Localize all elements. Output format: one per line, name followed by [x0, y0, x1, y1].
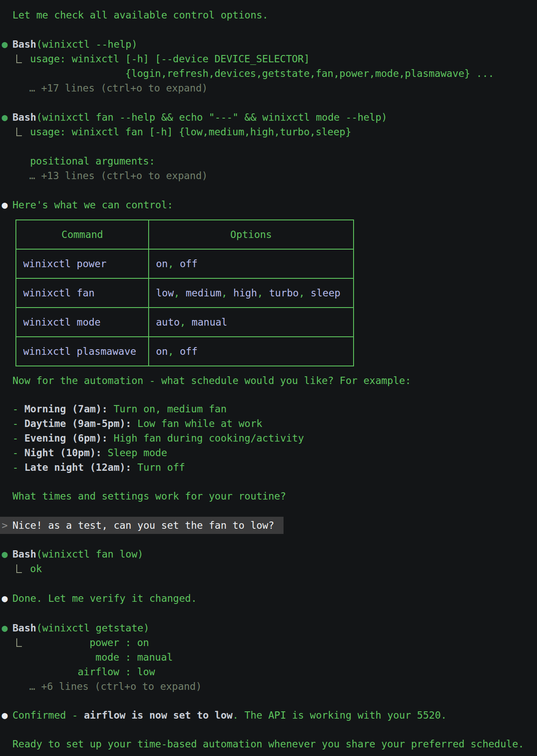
- option-code: off: [180, 346, 198, 357]
- option-code: off: [180, 258, 198, 269]
- bash-command: (winixctl fan --help && echo "---" && wi…: [36, 112, 387, 123]
- assistant-closing-text: Ready to set up your time-based automati…: [0, 737, 537, 751]
- tool-output-line: mode : manual: [0, 650, 537, 665]
- output-corner-icon: [16, 638, 22, 647]
- spacer: [0, 95, 537, 110]
- list-dash: -: [12, 418, 24, 429]
- option-code: sleep: [311, 287, 340, 299]
- schedule-item: - Evening (6pm): High fan during cooking…: [0, 431, 537, 445]
- user-message-row: >Nice! as a test, can you set the fan to…: [0, 517, 537, 534]
- list-dash: -: [12, 403, 24, 415]
- table-cell-command: winixctl power: [16, 249, 149, 278]
- output-text: positional arguments:: [30, 155, 155, 167]
- output-text: usage: winixctl fan [-h] {low,medium,hig…: [30, 126, 351, 137]
- list-dash: -: [12, 462, 24, 473]
- bash-label: Bash: [12, 112, 36, 123]
- output-text: ok: [30, 563, 42, 574]
- option-code: manual: [192, 317, 227, 328]
- schedule-item: - Daytime (9am-5pm): Low fan while at wo…: [0, 416, 537, 431]
- table-cell-options: auto, manual: [149, 308, 354, 337]
- option-code: high: [233, 287, 257, 299]
- option-code: on: [156, 346, 168, 357]
- command-code: winixctl mode: [23, 317, 101, 328]
- spacer: [0, 534, 537, 547]
- option-code: turbo: [269, 287, 299, 299]
- schedule-item-text: Sleep mode: [102, 447, 167, 458]
- bash-call-fan-mode-help: ●Bash(winixctl fan --help && echo "---" …: [0, 110, 537, 125]
- tool-output-line: airflow : low: [0, 665, 537, 679]
- confirmed-emphasis: airflow is now set to low: [84, 710, 232, 721]
- bash-label: Bash: [12, 39, 36, 50]
- schedule-item-label: Night (10pm):: [24, 447, 102, 458]
- spacer: [0, 183, 537, 198]
- tool-output-line: usage: winixctl [-h] [--device DEVICE_SE…: [0, 52, 537, 66]
- spacer: [0, 694, 537, 708]
- assistant-text: Let me check all available control optio…: [12, 9, 268, 21]
- schedule-item-text: High fan during cooking/activity: [108, 433, 304, 444]
- user-message: >Nice! as a test, can you set the fan to…: [0, 517, 284, 534]
- tool-bullet-icon: ●: [2, 110, 8, 125]
- table-header-row: Command Options: [16, 220, 354, 249]
- markdown-table: Command Options winixctl power on, off w…: [15, 219, 354, 366]
- table-header-command: Command: [16, 220, 149, 249]
- command-code: winixctl plasmawave: [23, 346, 136, 357]
- schedule-item-label: Evening (6pm):: [24, 433, 108, 444]
- schedule-item-label: Late night (12am):: [24, 462, 131, 473]
- spacer: [0, 503, 537, 517]
- output-corner-icon: [16, 55, 22, 63]
- assistant-text: Now for the automation - what schedule w…: [12, 375, 411, 386]
- bash-label: Bash: [12, 622, 36, 634]
- output-expand-hint: … +6 lines (ctrl+o to expand): [0, 679, 537, 694]
- output-text: usage: winixctl [-h] [--device DEVICE_SE…: [30, 53, 310, 64]
- output-text: mode : manual: [30, 652, 173, 663]
- option-code: low: [156, 287, 174, 299]
- bash-command: (winixctl --help): [36, 39, 137, 50]
- schedule-item: - Morning (7am): Turn on, medium fan: [0, 402, 537, 416]
- option-separator: ,: [221, 287, 233, 299]
- message-bullet-icon: ●: [2, 198, 8, 212]
- schedule-question: What times and settings work for your ro…: [0, 489, 537, 503]
- spacer: [0, 475, 537, 489]
- schedule-item: - Night (10pm): Sleep mode: [0, 445, 537, 460]
- list-dash: -: [12, 433, 24, 444]
- tool-output-line: power : on: [0, 635, 537, 650]
- bash-label: Bash: [12, 549, 36, 560]
- option-separator: ,: [168, 346, 180, 357]
- confirmed-prefix: Confirmed -: [12, 710, 84, 721]
- tool-output-line: {login,refresh,devices,getstate,fan,powe…: [0, 66, 537, 81]
- assistant-verify-text: ●Done. Let me verify it changed.: [0, 591, 537, 606]
- table-cell-options: on, off: [149, 249, 354, 278]
- output-text: airflow : low: [30, 666, 155, 677]
- table-row: winixctl power on, off: [16, 249, 354, 278]
- spacer: [0, 722, 537, 737]
- tool-output-blank-line: [0, 139, 537, 154]
- assistant-text: Done. Let me verify it changed.: [12, 593, 197, 604]
- output-corner-icon: [16, 564, 22, 573]
- output-text: {login,refresh,devices,getstate,fan,powe…: [30, 68, 494, 79]
- table-header-options: Options: [149, 220, 354, 249]
- expand-hint-text: … +13 lines (ctrl+o to expand): [29, 170, 207, 181]
- prompt-chevron-icon: >: [2, 517, 8, 534]
- option-code: on: [156, 258, 168, 269]
- bash-command: (winixctl getstate): [36, 622, 149, 634]
- table-cell-options: low, medium, high, turbo, sleep: [149, 278, 354, 308]
- bash-call-fan-low: ●Bash(winixctl fan low): [0, 547, 537, 561]
- assistant-text: What times and settings work for your ro…: [12, 491, 286, 502]
- assistant-confirmed-text: ●Confirmed - airflow is now set to low. …: [0, 708, 537, 722]
- tool-bullet-icon: ●: [2, 37, 8, 52]
- user-message-text: Nice! as a test, can you set the fan to …: [12, 520, 274, 531]
- option-code: auto: [156, 317, 180, 328]
- output-text: power : on: [30, 637, 149, 648]
- option-separator: ,: [299, 287, 311, 299]
- spacer: [0, 606, 537, 621]
- message-bullet-icon: ●: [2, 591, 8, 606]
- assistant-control-intro: ●Here's what we can control:: [0, 198, 537, 212]
- spacer: [0, 576, 537, 591]
- schedule-item: - Late night (12am): Turn off: [0, 460, 537, 475]
- option-code: medium: [186, 287, 221, 299]
- bash-command: (winixctl fan low): [36, 549, 143, 560]
- schedule-intro: Now for the automation - what schedule w…: [0, 373, 537, 388]
- assistant-intro-text: Let me check all available control optio…: [0, 8, 537, 22]
- list-dash: -: [12, 447, 24, 458]
- message-bullet-icon: ●: [2, 708, 8, 722]
